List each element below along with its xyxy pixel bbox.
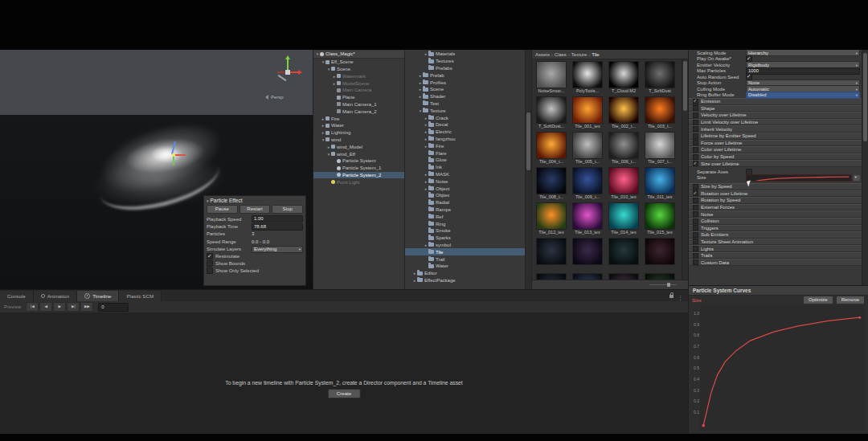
x-axis[interactable] <box>289 71 299 73</box>
project-folder-item[interactable]: Smoke <box>405 227 525 235</box>
asset-tile[interactable]: PolyTools... <box>571 61 604 94</box>
module-checkbox[interactable] <box>693 147 698 153</box>
hierarchy-item[interactable]: Fire <box>313 115 404 122</box>
tab-console[interactable]: Console <box>0 291 34 301</box>
asset-tile[interactable]: Tile_015_tex <box>643 202 677 235</box>
module-checkbox[interactable] <box>693 140 698 145</box>
module-checkbox[interactable] <box>693 225 698 231</box>
module-header[interactable]: External Forces <box>689 204 868 211</box>
module-header[interactable]: Lifetime by Emitter Speed <box>689 133 868 140</box>
module-header[interactable]: Velocity over Lifetime <box>689 112 868 119</box>
project-folder-item[interactable]: Objtex <box>405 192 525 199</box>
hierarchy-item[interactable]: Plane <box>313 94 404 101</box>
project-folder-item[interactable]: Glow <box>405 157 525 164</box>
module-checkbox[interactable] <box>693 120 698 125</box>
create-button[interactable]: Create <box>328 389 361 398</box>
project-folder-item[interactable]: Noise <box>405 178 525 185</box>
module-header[interactable]: Color by Speed <box>689 153 868 161</box>
z-axis[interactable] <box>278 75 287 82</box>
hierarchy-item[interactable]: Watermark <box>313 72 404 80</box>
hierarchy-item[interactable]: wind <box>313 137 404 144</box>
size-curve-field[interactable] <box>746 174 852 182</box>
restart-button[interactable]: Restart <box>240 205 271 214</box>
module-header[interactable]: Lights <box>689 245 868 252</box>
module-header[interactable]: Rotation by Speed <box>689 197 868 204</box>
module-header[interactable]: Sub Emitters <box>689 231 868 239</box>
hierarchy-item[interactable]: Main Camera_1 <box>313 101 404 108</box>
pe-checkbox-row[interactable]: Show Only Selected <box>204 267 305 275</box>
module-checkbox[interactable] <box>693 190 698 196</box>
module-checkbox[interactable] <box>693 239 698 244</box>
module-header[interactable]: Trails <box>689 252 868 259</box>
asset-tile[interactable]: T_SoftDust <box>643 61 677 94</box>
x-axis-arrow[interactable] <box>174 154 186 156</box>
project-folder-item[interactable]: Water <box>405 263 525 270</box>
project-folder-item[interactable]: Prefab <box>405 71 525 79</box>
module-checkbox[interactable] <box>693 161 698 166</box>
project-folder-item[interactable]: Ramps <box>405 206 525 214</box>
asset-tile[interactable]: Tile_007_t... <box>643 132 677 165</box>
hierarchy-item[interactable]: Point Light <box>313 178 404 186</box>
curve-dropdown-icon[interactable] <box>854 175 860 181</box>
asset-tile[interactable]: Tile_010_tex <box>607 167 641 200</box>
breadcrumb-segment[interactable]: Tile <box>592 52 599 57</box>
asset-tile[interactable] <box>643 273 677 280</box>
hierarchy-item[interactable]: Particle System_2 <box>313 172 404 179</box>
project-folder-item[interactable]: Sparks <box>405 235 525 242</box>
scrollbar-thumb[interactable] <box>683 61 687 111</box>
hierarchy-item[interactable]: wind_Model <box>313 143 404 150</box>
neg-x-axis[interactable] <box>277 71 285 73</box>
field-value[interactable]: 78.68 <box>252 223 303 231</box>
asset-tile[interactable]: Tile_001_tex <box>571 96 604 129</box>
skip-end-button[interactable] <box>80 302 93 312</box>
transform-gizmo[interactable] <box>158 140 190 172</box>
thumbnail-size-slider[interactable] <box>649 284 677 285</box>
asset-tile[interactable]: Tile_009_t... <box>571 167 604 200</box>
asset-tile[interactable]: Tile_003_t... <box>643 96 677 129</box>
asset-tile[interactable] <box>571 273 604 280</box>
pe-checkbox-row[interactable]: Resimulate <box>204 253 305 260</box>
breadcrumb-segment[interactable]: Class <box>555 52 567 57</box>
checkbox[interactable] <box>746 74 752 80</box>
module-checkbox[interactable] <box>693 126 698 132</box>
asset-tile[interactable]: T_SoftDust... <box>534 96 568 129</box>
asset-tile[interactable] <box>607 273 641 280</box>
foldout-arrow-icon[interactable] <box>207 198 209 203</box>
hierarchy-item[interactable]: wind_Eff <box>313 150 404 157</box>
module-header[interactable]: Texture Sheet Animation <box>689 239 868 246</box>
project-folder-item[interactable]: Ref <box>405 213 525 220</box>
project-folder-item[interactable]: Scene <box>405 86 525 93</box>
module-checkbox[interactable] <box>693 133 698 139</box>
module-header[interactable]: Emission <box>689 98 868 105</box>
module-header[interactable]: Color over Lifetime <box>689 146 868 153</box>
pe-checkbox-row[interactable]: Show Bounds <box>204 260 305 267</box>
gizmo-center[interactable] <box>172 153 175 157</box>
module-checkbox[interactable] <box>693 246 698 251</box>
project-folder-item[interactable]: Prefabs <box>405 65 525 72</box>
curve-plot[interactable] <box>700 305 865 431</box>
project-folder-item[interactable]: Materials <box>405 51 525 58</box>
project-folder-item[interactable]: Object <box>405 185 525 192</box>
layers-dropdown[interactable]: Everything <box>252 246 303 253</box>
module-checkbox[interactable] <box>693 253 698 259</box>
module-checkbox[interactable] <box>693 184 698 190</box>
remove-button[interactable]: Remove <box>836 296 865 304</box>
asset-tile[interactable]: Tile_011_tex <box>643 167 677 200</box>
perspective-toggle[interactable]: Persp <box>265 95 310 100</box>
step-forward-button[interactable] <box>67 302 80 312</box>
hierarchy-item[interactable]: Scene <box>313 66 404 73</box>
orientation-gizmo[interactable] <box>270 56 305 92</box>
module-checkbox[interactable] <box>693 105 698 111</box>
asset-tile[interactable] <box>534 273 568 280</box>
project-folder-item[interactable]: Tile <box>405 248 525 255</box>
dropdown[interactable]: Disabled <box>746 92 860 99</box>
module-header[interactable]: Rotation over Lifetime <box>689 190 868 198</box>
module-checkbox[interactable] <box>693 198 698 203</box>
asset-tile[interactable]: Tile_013_tex <box>571 202 604 235</box>
z-axis-arrow[interactable] <box>171 141 176 154</box>
module-header[interactable]: Triggers <box>689 225 868 232</box>
project-folder-item[interactable]: Ink <box>405 164 525 171</box>
project-folder-item[interactable]: MASK <box>405 171 525 178</box>
y-axis-arrow[interactable] <box>173 156 174 165</box>
asset-tile[interactable]: Tile_002_t... <box>607 96 641 129</box>
